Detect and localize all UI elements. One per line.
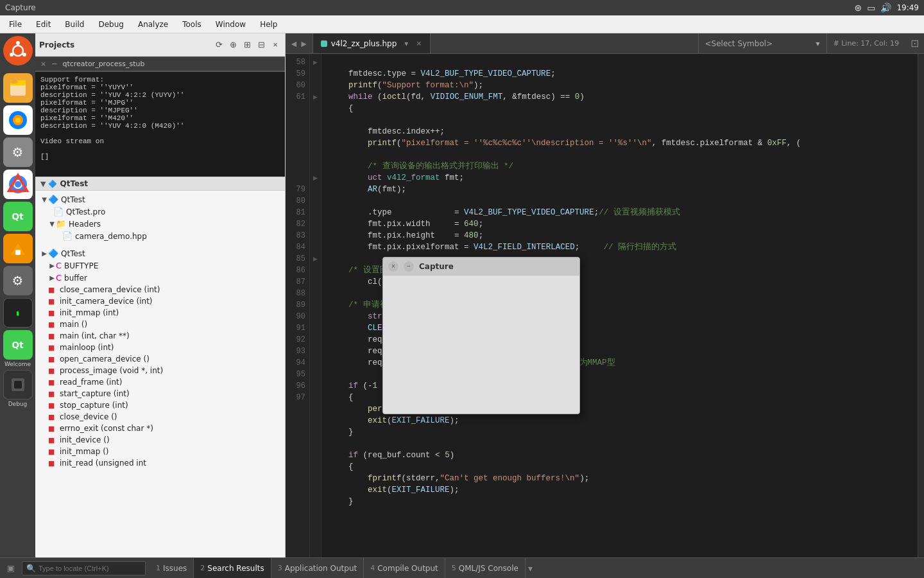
- fn-icon-0: ■: [48, 286, 57, 294]
- symbol-selector[interactable]: <Select Symbol> ▾: [698, 33, 826, 53]
- scroll-marker[interactable]: [918, 54, 924, 557]
- fold-marker-4[interactable]: ▶: [313, 253, 318, 265]
- svg-point-10: [15, 118, 21, 123]
- menu-window[interactable]: Window: [209, 17, 252, 31]
- terminal-min-btn[interactable]: −: [51, 60, 57, 68]
- expand-editor-btn[interactable]: ⊡: [905, 33, 924, 53]
- menu-debug[interactable]: Debug: [92, 17, 130, 31]
- fn-icon-11: ■: [48, 413, 57, 421]
- menu-build[interactable]: Build: [58, 17, 90, 31]
- fn-2[interactable]: ■ init_mmap (int): [35, 307, 285, 319]
- tab-dropdown[interactable]: ▾: [400, 39, 412, 48]
- debug-dock-item[interactable]: Debug: [3, 370, 33, 407]
- svg-point-3: [22, 53, 26, 57]
- expand-btn[interactable]: ⊞: [241, 39, 253, 51]
- status-bar: ▣ 🔍 1 Issues 2 Search Results 3 Applicat…: [0, 557, 924, 578]
- volume-icon: 🔊: [880, 3, 891, 13]
- symbol-dropdown-arrow: ▾: [816, 39, 819, 48]
- dialog-minimize-btn[interactable]: −: [404, 261, 414, 272]
- files-svg: [6, 76, 30, 100]
- svg-point-4: [10, 53, 13, 57]
- fn-10[interactable]: ■ stop_capture (int): [35, 399, 285, 411]
- fn-3[interactable]: ■ main (): [35, 319, 285, 330]
- terminal-title-bar: × − qtcreator_process_stub: [35, 57, 285, 71]
- settings-icon-1[interactable]: ⚙: [3, 137, 33, 167]
- fn-4[interactable]: ■ main (int, char **): [35, 330, 285, 342]
- fn-6[interactable]: ■ open_camera_device (): [35, 353, 285, 365]
- fn-icon-9: ■: [48, 390, 57, 398]
- fn-8[interactable]: ■ read_frame (int): [35, 376, 285, 388]
- tree-buftype[interactable]: ▶ C BUFTYPE: [35, 259, 285, 272]
- close-panel-btn[interactable]: ×: [270, 39, 281, 51]
- welcome-dock-item[interactable]: Qt Welcome: [3, 330, 33, 367]
- back-btn[interactable]: ◄: [289, 39, 298, 49]
- search-input[interactable]: [38, 565, 141, 572]
- tree-header-file[interactable]: 📄 camera_demo.hpp: [35, 230, 285, 242]
- chromium-icon[interactable]: [3, 170, 33, 199]
- files-icon[interactable]: [3, 73, 33, 103]
- settings-icon-2[interactable]: ⚙: [3, 266, 33, 295]
- status-tab-appoutput[interactable]: 3 Application Output: [271, 558, 364, 579]
- window-title: Capture: [5, 3, 854, 12]
- fn-12[interactable]: ■ errno_exit (const char *): [35, 423, 285, 434]
- gear-icon: ⚙: [12, 144, 24, 160]
- editor-tab-active[interactable]: v4l2_zx_plus.hpp ▾ ×: [313, 33, 431, 53]
- buffer-label: buffer: [64, 274, 87, 283]
- fn-label-15: init_read (unsigned int: [60, 459, 146, 468]
- menu-analyze[interactable]: Analyze: [132, 17, 175, 31]
- status-tab-issues[interactable]: 1 Issues: [150, 558, 194, 579]
- tab-close-btn[interactable]: ×: [416, 39, 422, 48]
- terminal-x-btn[interactable]: ×: [40, 60, 46, 68]
- fn-5[interactable]: ■ mainloop (int): [35, 342, 285, 353]
- status-options-btn[interactable]: ▾: [528, 563, 533, 574]
- link-btn[interactable]: ⊕: [227, 39, 239, 51]
- forward-btn[interactable]: ►: [300, 39, 309, 49]
- fn-9[interactable]: ■ start_capture (int): [35, 388, 285, 399]
- fn-label-7: process_image (void *, int): [60, 366, 163, 375]
- dialog-close-btn[interactable]: ×: [388, 261, 398, 272]
- fn-13[interactable]: ■ init_device (): [35, 434, 285, 446]
- menu-file[interactable]: File: [3, 17, 28, 31]
- tree-headers[interactable]: ▼ 📁 Headers: [35, 218, 285, 230]
- compile-output-label: Compile Output: [377, 564, 438, 573]
- tree-qttest-pro[interactable]: 📄 QtTest.pro: [35, 206, 285, 218]
- xterm-icon[interactable]: ▮: [3, 298, 33, 328]
- svg-rect-16: [15, 250, 21, 255]
- sync-btn[interactable]: ⟳: [213, 39, 225, 51]
- menu-edit[interactable]: Edit: [30, 17, 57, 31]
- fn-15[interactable]: ■ init_read (unsigned int: [35, 457, 285, 469]
- qml-console-label: QML/JS Console: [459, 564, 518, 573]
- fn-0[interactable]: ■ close_camera_device (int): [35, 284, 285, 295]
- menu-tools[interactable]: Tools: [176, 17, 208, 31]
- fold-marker-3[interactable]: ▶: [313, 172, 318, 184]
- ubuntu-logo-svg: [6, 39, 30, 62]
- fn-7[interactable]: ■ process_image (void *, int): [35, 365, 285, 376]
- fn-icon-13: ■: [48, 436, 57, 444]
- status-tab-qml[interactable]: 5 QML/JS Console: [445, 558, 526, 579]
- collapse-btn[interactable]: ⊟: [255, 39, 267, 51]
- capture-dialog: × − Capture: [382, 257, 580, 414]
- tree-qttest[interactable]: ▼ 🔷 QtTest: [35, 193, 285, 206]
- fn-icon-15: ■: [48, 459, 57, 468]
- vlc-icon[interactable]: [3, 234, 33, 263]
- browser-icon[interactable]: [3, 105, 33, 135]
- status-tab-compile[interactable]: 4 Compile Output: [364, 558, 445, 579]
- status-tab-search[interactable]: 2 Search Results: [194, 558, 271, 579]
- fold-marker-1[interactable]: ▶: [313, 57, 318, 68]
- fold-marker-2[interactable]: ▶: [313, 91, 318, 103]
- tree-buffer[interactable]: ▶ C buffer: [35, 272, 285, 284]
- fn-1[interactable]: ■ init_camera_device (int): [35, 295, 285, 307]
- filter-icon[interactable]: ▼: [40, 180, 46, 188]
- tab-bar: ◄ ► v4l2_zx_plus.hpp ▾ × <Select Symbol>…: [286, 33, 924, 54]
- fn-14[interactable]: ■ init_mmap (): [35, 446, 285, 457]
- status-expand-btn[interactable]: ▣: [5, 563, 17, 574]
- terminal-title: qtcreator_process_stub: [62, 60, 144, 68]
- fn-11[interactable]: ■ close_device (): [35, 411, 285, 423]
- qtcreator-dock-icon[interactable]: Qt: [3, 202, 33, 231]
- tree-qttest-2[interactable]: ▶ 🔷 QtTest: [35, 247, 285, 259]
- fold-markers: ▶ ▶ ▶ ▶: [310, 54, 321, 557]
- ubuntu-icon[interactable]: [3, 36, 33, 66]
- menu-help[interactable]: Help: [253, 17, 284, 31]
- system-tray: ⊛ ▭ 🔊 19:49: [854, 3, 919, 13]
- status-search-bar[interactable]: 🔍: [22, 561, 146, 575]
